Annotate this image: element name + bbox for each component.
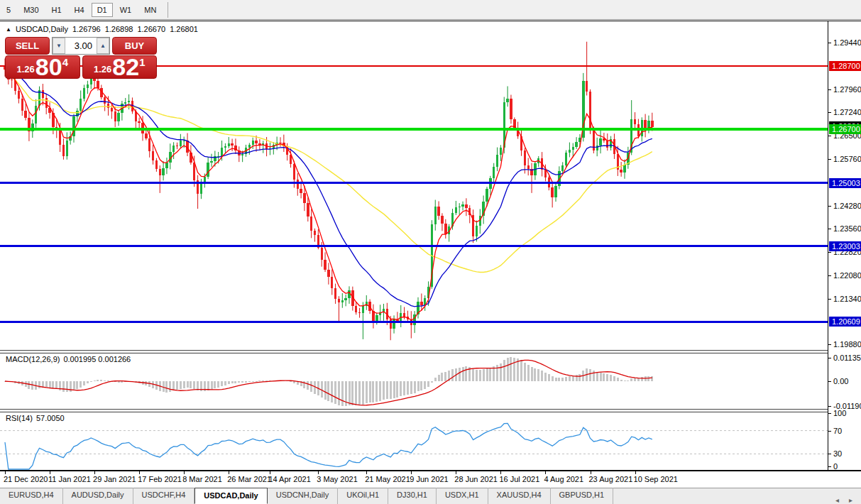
time-tick-label: 21 May 2021	[365, 475, 410, 483]
price-tick-label: 1.25760	[833, 155, 861, 163]
macd-tick-mark	[828, 358, 831, 358]
tab-scroll-arrows: ◂ ▸	[835, 496, 861, 504]
time-tick-label: 28 Jun 2021	[454, 475, 498, 483]
chart-tabs: EURUSD,H4AUDUSD,DailyUSDCHF,H4USDCAD,Dai…	[0, 488, 613, 504]
buy-button[interactable]: BUY	[112, 37, 157, 55]
rsi-value: 57.0050	[36, 414, 65, 422]
timeframe-button-h1[interactable]: H1	[46, 3, 67, 17]
price-tick-label: 1.27240	[833, 108, 861, 116]
buy-price-big: 82	[112, 56, 139, 77]
time-tick-mark	[5, 471, 6, 474]
time-tick-label: 10 Sep 2021	[634, 475, 678, 483]
price-tick-mark	[828, 275, 831, 276]
price-tick-mark	[828, 136, 831, 136]
price-tick-mark	[828, 229, 831, 229]
time-tick-label: 16 Jul 2021	[499, 475, 539, 483]
tab-usdcnh-daily[interactable]: USDCNH,Daily	[268, 488, 339, 504]
price-tick-mark	[828, 206, 831, 207]
price-tick-label: 1.24280	[833, 202, 861, 210]
timeframe-button-h4[interactable]: H4	[69, 3, 90, 17]
time-tick-label: 17 Feb 2021	[138, 475, 182, 483]
toolbar-separator	[168, 2, 168, 18]
tab-gbpusd-h1[interactable]: GBPUSD,H1	[551, 488, 614, 504]
price-badge: 1.28700	[829, 61, 861, 71]
rsi-tick-label: 30	[833, 449, 842, 458]
time-tick-mark	[94, 471, 95, 474]
tab-eurusd-h4[interactable]: EURUSD,H4	[0, 488, 63, 504]
price-tick-label: 1.22080	[833, 271, 861, 280]
time-tick-mark	[318, 471, 319, 474]
price-tick-label: 1.21340	[833, 295, 861, 303]
rsi-name: RSI(14)	[6, 414, 33, 422]
time-tick-mark	[184, 471, 185, 474]
sell-price-big: 80	[35, 56, 62, 77]
time-tick-label: 21 Dec 2020	[4, 475, 48, 483]
price-badge: 1.23003	[829, 241, 861, 251]
rsi-tick-mark	[828, 431, 831, 432]
sell-price-box[interactable]: 1.26 80 4	[5, 55, 80, 79]
time-tick-mark	[591, 471, 591, 474]
volume-spinner: ▼ 3.00 ▲	[52, 37, 110, 55]
ohlc-open: 1.26796	[72, 25, 101, 33]
buy-price-prefix: 1.26	[94, 64, 111, 75]
tab-usdx-h1[interactable]: USDX,H1	[437, 488, 488, 504]
price-tick-label: 1.23560	[833, 224, 861, 233]
macd-name: MACD(12,26,9)	[6, 355, 60, 363]
ohlc-low: 1.26670	[137, 25, 165, 33]
price-tick-mark	[828, 344, 831, 345]
macd-indicator-label: MACD(12,26,9) 0.001995 0.001266	[6, 355, 131, 363]
timeframe-button-d1[interactable]: D1	[92, 3, 113, 17]
time-tick-label: 14 Apr 2021	[268, 475, 310, 483]
time-scale[interactable]: 21 Dec 202011 Jan 202129 Jan 202117 Feb …	[0, 471, 861, 488]
price-tick-label: 1.19880	[833, 340, 861, 349]
time-tick-mark	[270, 471, 270, 474]
tab-audusd-daily[interactable]: AUDUSD,Daily	[63, 488, 133, 504]
buy-price-box[interactable]: 1.26 82 1	[82, 55, 158, 79]
price-tick-mark	[828, 159, 831, 160]
timeframe-button-m30[interactable]: M30	[18, 3, 44, 17]
time-tick-mark	[500, 471, 501, 474]
collapse-trade-panel-icon[interactable]: ▲	[6, 26, 11, 33]
chart-title: ▲ USDCAD,Daily 1.26796 1.26898 1.26670 1…	[6, 25, 198, 33]
time-tick-mark	[50, 471, 50, 474]
tab-xauusd-h4[interactable]: XAUUSD,H4	[488, 488, 551, 504]
price-scale[interactable]: 1.294401.279601.272401.265001.257601.242…	[828, 21, 861, 470]
tab-dj30-h1[interactable]: DJ30,H1	[388, 488, 437, 504]
price-tick-mark	[828, 112, 831, 113]
tab-scroll-left-icon[interactable]: ◂	[835, 496, 839, 504]
volume-input[interactable]: 3.00	[65, 38, 97, 54]
timeframe-button-5[interactable]: 5	[1, 3, 16, 17]
time-tick-mark	[635, 471, 636, 474]
sell-price-prefix: 1.26	[17, 64, 35, 75]
price-badge: 1.20609	[829, 317, 861, 327]
price-tick-label: 1.29440	[833, 38, 861, 47]
ohlc-close: 1.26801	[170, 25, 198, 33]
time-tick-label: 23 Aug 2021	[589, 475, 633, 483]
rsi-tick-label: 0	[833, 462, 838, 471]
chart-symbol-label: USDCAD,Daily	[16, 25, 68, 33]
volume-increase-button[interactable]: ▲	[97, 38, 109, 54]
macd-tick-label: 0.00	[833, 377, 848, 385]
macd-values: 0.001995 0.001266	[63, 355, 131, 363]
time-tick-mark	[545, 471, 546, 474]
tab-usdchf-h4[interactable]: USDCHF,H4	[133, 488, 195, 504]
sell-button[interactable]: SELL	[5, 37, 50, 55]
time-tick-mark	[229, 471, 229, 474]
price-tick-mark	[828, 89, 831, 90]
rsi-tick-label: 100	[833, 409, 846, 417]
rsi-indicator-label: RSI(14) 57.0050	[6, 414, 65, 422]
ohlc-high: 1.26898	[105, 25, 133, 33]
time-tick-label: 4 Aug 2021	[544, 475, 583, 483]
rsi-panel-canvas[interactable]	[0, 412, 828, 470]
tab-scroll-right-icon[interactable]: ▸	[849, 496, 852, 504]
time-tick-mark	[139, 471, 140, 474]
rsi-tick-label: 70	[833, 427, 842, 435]
price-badge: 1.25003	[829, 178, 861, 188]
time-tick-label: 29 Jan 2021	[93, 475, 136, 483]
chart-tab-bar: EURUSD,H4AUDUSD,DailyUSDCHF,H4USDCAD,Dai…	[0, 488, 861, 504]
volume-decrease-button[interactable]: ▼	[53, 38, 65, 54]
tab-ukoil-h1[interactable]: UKOil,H1	[338, 488, 388, 504]
timeframe-button-mn[interactable]: MN	[138, 3, 162, 17]
timeframe-button-w1[interactable]: W1	[114, 3, 138, 17]
tab-usdcad-daily[interactable]: USDCAD,Daily	[194, 488, 267, 504]
